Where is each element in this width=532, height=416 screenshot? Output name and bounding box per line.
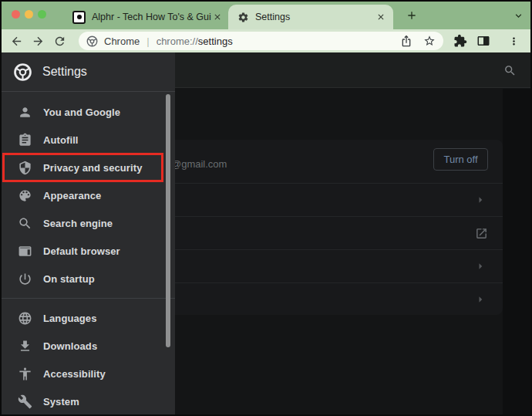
magnifier-icon [17, 215, 32, 231]
more-vert-icon [508, 36, 520, 47]
drawer-header: Settings [2, 52, 175, 92]
browser-window-icon [17, 243, 32, 259]
open-in-new-icon [475, 227, 488, 240]
settings-row-external[interactable] [154, 216, 503, 249]
settings-row[interactable] [154, 249, 503, 282]
sidebar-item-autofill[interactable]: Autofill [2, 126, 175, 154]
side-panel-icon [476, 34, 490, 48]
turn-off-button[interactable]: Turn off [433, 148, 488, 171]
sidebar-item-downloads[interactable]: Downloads [2, 332, 175, 360]
site-label: Chrome [104, 36, 140, 47]
share-icon [400, 35, 412, 47]
account-row: @gmail.com Turn off [154, 140, 503, 183]
close-tab-icon[interactable] [375, 11, 387, 23]
browser-menu-button[interactable] [507, 34, 521, 49]
sidebar-item-languages[interactable]: Languages [2, 304, 175, 332]
chevron-right-icon [473, 293, 487, 306]
download-arrow-icon [17, 338, 32, 353]
forward-arrow-icon [32, 35, 45, 48]
tab-title: Alphr - Tech How To's & Guide [92, 12, 211, 22]
palette-icon [17, 188, 32, 203]
chrome-logo-icon [13, 63, 32, 82]
reload-icon [53, 35, 66, 48]
sidebar-item-on-startup[interactable]: On startup [2, 265, 175, 293]
browser-window: Alphr - Tech How To's & Guide Settings [0, 0, 532, 416]
url-path: settings [198, 36, 233, 47]
drawer-scrollbar[interactable] [166, 94, 170, 347]
close-window-button[interactable] [12, 10, 20, 19]
sidebar-item-appearance[interactable]: Appearance [2, 181, 175, 209]
chevron-down-icon [513, 10, 524, 22]
tab-settings[interactable]: Settings [228, 5, 393, 29]
star-icon [423, 35, 436, 47]
chevron-right-icon [473, 259, 487, 273]
power-icon [17, 271, 32, 286]
settings-menu: You and Google Autofill Privacy and secu… [2, 92, 175, 415]
account-settings-card: @gmail.com Turn off [154, 140, 503, 315]
back-button[interactable] [9, 34, 23, 48]
sidebar-item-search-engine[interactable]: Search engine [2, 209, 175, 237]
search-icon [503, 64, 517, 77]
accessibility-person-icon [17, 366, 32, 381]
sidebar-item-default-browser[interactable]: Default browser [2, 237, 175, 265]
forward-button[interactable] [31, 34, 45, 48]
sidebar-item-accessibility[interactable]: Accessibility [2, 360, 175, 387]
extensions-puzzle-icon [453, 34, 467, 48]
clipboard-icon [17, 132, 32, 147]
extensions-button[interactable] [453, 34, 467, 49]
page-margin [503, 89, 530, 416]
gear-icon [237, 12, 249, 23]
address-bar[interactable]: Chrome | chrome://settings [79, 32, 443, 50]
plus-icon [406, 9, 418, 22]
tab-alphr[interactable]: Alphr - Tech How To's & Guide [65, 5, 228, 29]
chevron-right-icon [473, 193, 487, 207]
bookmark-button[interactable] [423, 35, 436, 48]
menu-divider [2, 298, 175, 299]
reload-button[interactable] [52, 34, 66, 48]
globe-icon [17, 310, 32, 326]
settings-search-button[interactable] [503, 64, 517, 77]
wrench-icon [17, 394, 32, 409]
back-arrow-icon [10, 35, 23, 48]
settings-drawer: Settings You and Google Autofill Privacy… [2, 52, 175, 414]
zoom-window-button[interactable] [38, 10, 46, 19]
close-tab-icon[interactable] [211, 11, 224, 23]
sidebar-item-you-and-google[interactable]: You and Google [2, 98, 175, 126]
new-tab-button[interactable] [402, 6, 421, 25]
url-separator: | [146, 36, 149, 47]
side-panel-button[interactable] [476, 34, 490, 49]
settings-row[interactable] [154, 183, 503, 216]
drawer-title: Settings [42, 65, 87, 79]
settings-row[interactable] [154, 282, 503, 315]
privacy-security-highlight-box [2, 153, 163, 182]
account-email: @gmail.com [171, 158, 227, 170]
share-button[interactable] [399, 35, 412, 48]
tab-title: Settings [255, 12, 375, 22]
minimize-window-button[interactable] [25, 10, 33, 19]
url-scheme: chrome:// [157, 36, 198, 47]
browser-toolbar: Chrome | chrome://settings [0, 29, 532, 52]
person-icon [17, 104, 32, 120]
chrome-logo-icon [86, 36, 98, 47]
tab-strip: Alphr - Tech How To's & Guide Settings [0, 0, 532, 29]
sidebar-item-system[interactable]: System [2, 387, 175, 415]
tab-search-button[interactable] [511, 8, 525, 22]
alphr-favicon-icon [72, 11, 86, 24]
